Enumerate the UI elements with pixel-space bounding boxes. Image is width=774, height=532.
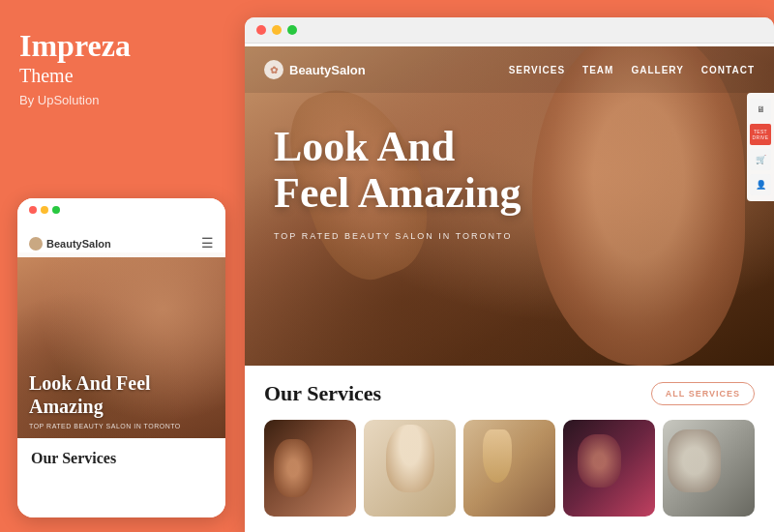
site-logo: BeautySalon	[264, 60, 366, 79]
mobile-logo-text: BeautySalon	[46, 238, 111, 250]
site-nav-links: SERVICES TEAM GALLERY CONTACT	[509, 65, 755, 75]
mobile-mockup: BeautySalon ☰ Look And Feel Amazing TOP …	[17, 198, 225, 517]
mobile-logo: BeautySalon	[29, 237, 111, 251]
mobile-window-dots	[29, 206, 60, 214]
site-hero-text: Look And Feel Amazing TOP RATED BEAUTY S…	[274, 124, 521, 241]
mobile-hero-overlay: Look And Feel Amazing TOP RATED BEAUTY S…	[29, 371, 214, 429]
mobile-hero: Look And Feel Amazing TOP RATED BEAUTY S…	[17, 252, 225, 441]
mobile-services-section: Our Services	[17, 438, 225, 517]
brand-name-regular: Theme	[19, 65, 221, 87]
service-card-2[interactable]	[364, 420, 456, 517]
site-services-section: Our Services ALL SERVICES	[245, 366, 774, 532]
site-hero-title-line2: Feel Amazing	[274, 169, 521, 217]
user-icon[interactable]: 👤	[750, 174, 771, 195]
test-drive-badge[interactable]: TESTDRIVE	[750, 124, 771, 145]
monitor-icon[interactable]: 🖥	[750, 99, 771, 120]
browser-dot-red	[256, 25, 266, 35]
site-logo-icon	[264, 60, 283, 79]
all-services-button[interactable]: ALL SERVICES	[651, 382, 755, 405]
mobile-logo-icon	[29, 237, 43, 251]
brand-title-container: Impreza Theme By UpSolution	[19, 29, 221, 107]
cart-icon[interactable]: 🛒	[750, 149, 771, 170]
mobile-dot-yellow	[41, 206, 48, 214]
nav-gallery[interactable]: GALLERY	[631, 65, 683, 75]
mobile-dot-red	[29, 206, 37, 214]
mobile-dot-green	[52, 206, 60, 214]
browser-content: BeautySalon SERVICES TEAM GALLERY CONTAC…	[245, 46, 774, 532]
nav-team[interactable]: TEAM	[582, 65, 613, 75]
mobile-hero-subtitle: TOP RATED BEAUTY SALON IN TORONTO	[29, 423, 214, 429]
nav-contact[interactable]: CONTACT	[701, 65, 755, 75]
browser-dot-green	[287, 25, 297, 35]
brand-name-bold: Impreza	[19, 29, 221, 63]
site-hero-subtitle: TOP RATED BEAUTY SALON IN TORONTO	[274, 231, 521, 241]
browser-mockup: BeautySalon SERVICES TEAM GALLERY CONTAC…	[245, 17, 774, 532]
site-logo-text: BeautySalon	[289, 63, 366, 77]
brand-by: By UpSolution	[19, 93, 221, 107]
mobile-hero-title: Look And Feel Amazing	[29, 371, 214, 418]
services-section-title: Our Services	[264, 381, 381, 406]
service-card-5[interactable]	[663, 420, 755, 517]
mobile-services-title: Our Services	[31, 450, 212, 467]
site-hero-title-line1: Look And	[274, 123, 455, 170]
site-hero-title: Look And Feel Amazing	[274, 124, 521, 218]
services-header: Our Services ALL SERVICES	[264, 381, 755, 406]
mobile-top-bar	[17, 198, 225, 222]
site-navigation: BeautySalon SERVICES TEAM GALLERY CONTAC…	[245, 46, 774, 93]
service-card-1[interactable]	[264, 420, 356, 517]
mobile-nav-bar: BeautySalon ☰	[17, 229, 225, 257]
services-gallery	[264, 420, 755, 517]
sidebar-icons: 🖥 TESTDRIVE 🛒 👤	[747, 93, 774, 201]
site-hero: Look And Feel Amazing TOP RATED BEAUTY S…	[245, 46, 774, 366]
service-card-4[interactable]	[563, 420, 655, 517]
hero-face-decoration	[532, 46, 745, 366]
browser-top-bar	[245, 17, 774, 44]
mobile-hamburger-icon[interactable]: ☰	[201, 235, 214, 251]
service-card-3[interactable]	[463, 420, 555, 517]
nav-services[interactable]: SERVICES	[509, 65, 565, 75]
browser-dot-yellow	[272, 25, 282, 35]
